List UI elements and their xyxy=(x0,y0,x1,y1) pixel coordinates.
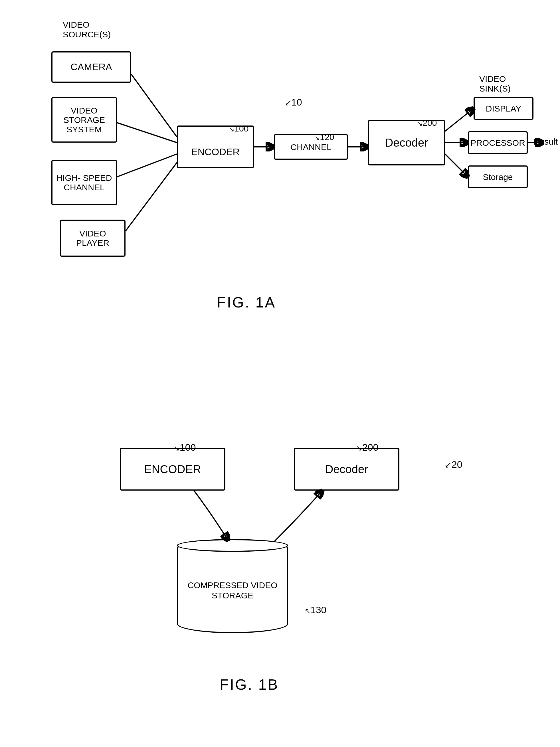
line-player-encoder xyxy=(126,162,177,231)
arrow-decoder-display xyxy=(445,108,474,131)
label-video-sinks: VIDEO SINK(S) xyxy=(479,74,511,94)
arrow-storage-decoder-b xyxy=(274,491,322,542)
arrow-encoder-storage-b xyxy=(194,491,228,541)
ref-200-a: ↘200 xyxy=(408,108,437,137)
box-camera: CAMERA xyxy=(51,51,131,83)
caption-fig-1b: FIG. 1B xyxy=(220,676,279,693)
ref-20: ↙20 xyxy=(434,448,462,481)
arrow-decoder-storage xyxy=(445,154,468,177)
ref-130: ↖130 xyxy=(294,593,327,627)
label-result: Result xyxy=(533,137,558,147)
ref-120: ↘120 xyxy=(305,123,334,152)
caption-fig-1a: FIG. 1A xyxy=(217,294,276,311)
box-high-speed-channel: HIGH- SPEED CHANNEL xyxy=(51,160,117,205)
line-highspeed-encoder xyxy=(117,154,177,177)
ref-100-b: ↘100 xyxy=(162,431,196,464)
box-processor: PROCESSOR xyxy=(468,131,528,154)
ref-100-a: ↘100 xyxy=(220,114,249,143)
line-storage-encoder xyxy=(117,123,177,143)
box-video-storage-system: VIDEO STORAGE SYSTEM xyxy=(51,97,117,143)
box-video-player: VIDEO PLAYER xyxy=(60,220,126,257)
ref-10: ↙10 xyxy=(274,85,302,119)
box-display: DISPLAY xyxy=(474,97,533,120)
box-storage-sink: Storage xyxy=(468,165,528,188)
label-video-sources: VIDEO SOURCE(S) xyxy=(63,20,111,40)
cylinder-compressed-storage: COMPRESSED VIDEO STORAGE xyxy=(177,539,288,633)
ref-200-b: ↘200 xyxy=(345,431,379,464)
line-camera-encoder xyxy=(131,74,177,137)
